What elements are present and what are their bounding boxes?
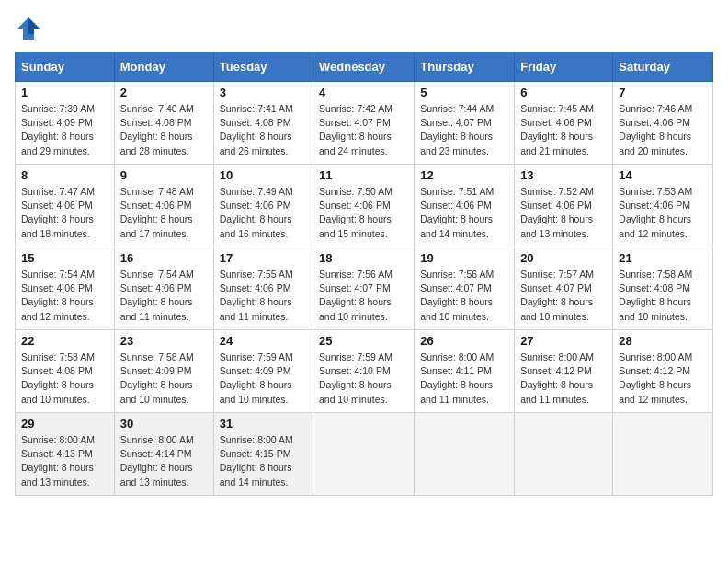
day-cell-25: 25 Sunrise: 7:59 AMSunset: 4:10 PMDaylig… (313, 330, 415, 413)
calendar-table: Sunday Monday Tuesday Wednesday Thursday… (15, 52, 713, 496)
day-cell-5: 5 Sunrise: 7:44 AMSunset: 4:07 PMDayligh… (415, 82, 515, 165)
day-info: Sunrise: 7:58 AMSunset: 4:09 PMDaylight:… (120, 350, 208, 407)
day-number: 8 (21, 168, 108, 182)
day-number: 13 (520, 168, 607, 182)
day-number: 26 (420, 334, 508, 348)
day-cell-21: 21 Sunrise: 7:58 AMSunset: 4:08 PMDaylig… (613, 247, 713, 330)
day-number: 25 (319, 334, 408, 348)
day-cell-9: 9 Sunrise: 7:48 AMSunset: 4:06 PMDayligh… (114, 165, 213, 247)
day-cell-18: 18 Sunrise: 7:56 AMSunset: 4:07 PMDaylig… (313, 247, 415, 330)
day-number: 28 (619, 334, 707, 348)
day-cell-2: 2 Sunrise: 7:40 AMSunset: 4:08 PMDayligh… (114, 82, 213, 165)
day-info: Sunrise: 7:54 AMSunset: 4:06 PMDaylight:… (21, 268, 108, 324)
day-info: Sunrise: 7:53 AMSunset: 4:06 PMDaylight:… (619, 185, 707, 241)
col-monday: Monday (114, 52, 213, 82)
day-number: 27 (520, 334, 607, 348)
day-cell-19: 19 Sunrise: 7:56 AMSunset: 4:07 PMDaylig… (415, 247, 515, 330)
day-info: Sunrise: 7:44 AMSunset: 4:07 PMDaylight:… (420, 102, 508, 158)
day-number: 15 (21, 251, 108, 265)
calendar-header-row: Sunday Monday Tuesday Wednesday Thursday… (16, 52, 713, 82)
day-number: 10 (220, 168, 307, 182)
day-info: Sunrise: 7:51 AMSunset: 4:06 PMDaylight:… (420, 185, 508, 241)
day-info: Sunrise: 7:59 AMSunset: 4:09 PMDaylight:… (220, 350, 307, 407)
day-cell-16: 16 Sunrise: 7:54 AMSunset: 4:06 PMDaylig… (114, 247, 213, 330)
day-info: Sunrise: 8:00 AMSunset: 4:14 PMDaylight:… (120, 433, 208, 489)
day-info: Sunrise: 7:46 AMSunset: 4:06 PMDaylight:… (619, 102, 707, 158)
col-wednesday: Wednesday (313, 52, 415, 82)
day-cell-12: 12 Sunrise: 7:51 AMSunset: 4:06 PMDaylig… (415, 165, 515, 247)
day-number: 17 (220, 251, 307, 265)
empty-cell (313, 413, 415, 496)
calendar-week-row: 8 Sunrise: 7:47 AMSunset: 4:06 PMDayligh… (16, 165, 713, 247)
day-info: Sunrise: 8:00 AMSunset: 4:13 PMDaylight:… (21, 433, 108, 489)
day-cell-20: 20 Sunrise: 7:57 AMSunset: 4:07 PMDaylig… (515, 247, 613, 330)
day-number: 3 (220, 86, 307, 99)
day-info: Sunrise: 7:41 AMSunset: 4:08 PMDaylight:… (220, 102, 307, 158)
day-cell-26: 26 Sunrise: 8:00 AMSunset: 4:11 PMDaylig… (415, 330, 515, 413)
calendar-week-row: 29 Sunrise: 8:00 AMSunset: 4:13 PMDaylig… (16, 413, 713, 496)
logo-icon (15, 15, 42, 42)
day-info: Sunrise: 7:59 AMSunset: 4:10 PMDaylight:… (319, 350, 408, 407)
day-cell-6: 6 Sunrise: 7:45 AMSunset: 4:06 PMDayligh… (515, 82, 613, 165)
day-cell-28: 28 Sunrise: 8:00 AMSunset: 4:12 PMDaylig… (613, 330, 713, 413)
day-number: 30 (120, 417, 208, 431)
day-number: 14 (619, 168, 707, 182)
day-info: Sunrise: 7:56 AMSunset: 4:07 PMDaylight:… (420, 268, 508, 324)
svg-marker-1 (28, 17, 40, 34)
day-number: 19 (420, 251, 508, 265)
day-cell-4: 4 Sunrise: 7:42 AMSunset: 4:07 PMDayligh… (313, 82, 415, 165)
day-info: Sunrise: 7:57 AMSunset: 4:07 PMDaylight:… (520, 268, 607, 324)
day-number: 24 (220, 334, 307, 348)
day-number: 22 (21, 334, 108, 348)
day-number: 23 (120, 334, 208, 348)
day-info: Sunrise: 7:55 AMSunset: 4:06 PMDaylight:… (220, 268, 307, 324)
day-number: 4 (319, 86, 408, 99)
day-cell-29: 29 Sunrise: 8:00 AMSunset: 4:13 PMDaylig… (16, 413, 115, 496)
day-info: Sunrise: 8:00 AMSunset: 4:15 PMDaylight:… (220, 433, 307, 489)
day-cell-1: 1 Sunrise: 7:39 AMSunset: 4:09 PMDayligh… (16, 82, 115, 165)
day-info: Sunrise: 7:48 AMSunset: 4:06 PMDaylight:… (120, 185, 208, 241)
day-cell-27: 27 Sunrise: 8:00 AMSunset: 4:12 PMDaylig… (515, 330, 613, 413)
day-info: Sunrise: 7:40 AMSunset: 4:08 PMDaylight:… (120, 102, 208, 158)
day-cell-24: 24 Sunrise: 7:59 AMSunset: 4:09 PMDaylig… (213, 330, 313, 413)
day-info: Sunrise: 8:00 AMSunset: 4:12 PMDaylight:… (619, 350, 707, 407)
day-cell-7: 7 Sunrise: 7:46 AMSunset: 4:06 PMDayligh… (613, 82, 713, 165)
page-header (15, 15, 713, 42)
day-number: 11 (319, 168, 408, 182)
col-tuesday: Tuesday (213, 52, 313, 82)
day-cell-23: 23 Sunrise: 7:58 AMSunset: 4:09 PMDaylig… (114, 330, 213, 413)
day-info: Sunrise: 7:47 AMSunset: 4:06 PMDaylight:… (21, 185, 108, 241)
day-number: 31 (220, 417, 307, 431)
day-cell-10: 10 Sunrise: 7:49 AMSunset: 4:06 PMDaylig… (213, 165, 313, 247)
day-number: 20 (520, 251, 607, 265)
day-cell-31: 31 Sunrise: 8:00 AMSunset: 4:15 PMDaylig… (213, 413, 313, 496)
day-cell-8: 8 Sunrise: 7:47 AMSunset: 4:06 PMDayligh… (16, 165, 115, 247)
col-saturday: Saturday (613, 52, 713, 82)
day-cell-13: 13 Sunrise: 7:52 AMSunset: 4:06 PMDaylig… (515, 165, 613, 247)
day-cell-14: 14 Sunrise: 7:53 AMSunset: 4:06 PMDaylig… (613, 165, 713, 247)
day-info: Sunrise: 7:42 AMSunset: 4:07 PMDaylight:… (319, 102, 408, 158)
day-info: Sunrise: 7:58 AMSunset: 4:08 PMDaylight:… (619, 268, 707, 324)
day-number: 21 (619, 251, 707, 265)
day-info: Sunrise: 7:49 AMSunset: 4:06 PMDaylight:… (220, 185, 307, 241)
day-cell-15: 15 Sunrise: 7:54 AMSunset: 4:06 PMDaylig… (16, 247, 115, 330)
day-info: Sunrise: 8:00 AMSunset: 4:11 PMDaylight:… (420, 350, 508, 407)
day-info: Sunrise: 7:45 AMSunset: 4:06 PMDaylight:… (520, 102, 607, 158)
day-number: 16 (120, 251, 208, 265)
day-info: Sunrise: 7:56 AMSunset: 4:07 PMDaylight:… (319, 268, 408, 324)
day-cell-30: 30 Sunrise: 8:00 AMSunset: 4:14 PMDaylig… (114, 413, 213, 496)
day-number: 9 (120, 168, 208, 182)
logo (15, 15, 46, 42)
day-number: 29 (21, 417, 108, 431)
col-friday: Friday (515, 52, 613, 82)
day-info: Sunrise: 7:50 AMSunset: 4:06 PMDaylight:… (319, 185, 408, 241)
col-thursday: Thursday (415, 52, 515, 82)
day-info: Sunrise: 7:54 AMSunset: 4:06 PMDaylight:… (120, 268, 208, 324)
day-cell-17: 17 Sunrise: 7:55 AMSunset: 4:06 PMDaylig… (213, 247, 313, 330)
day-number: 6 (520, 86, 607, 99)
day-number: 5 (420, 86, 508, 99)
day-info: Sunrise: 7:52 AMSunset: 4:06 PMDaylight:… (520, 185, 607, 241)
calendar-week-row: 15 Sunrise: 7:54 AMSunset: 4:06 PMDaylig… (16, 247, 713, 330)
day-info: Sunrise: 7:58 AMSunset: 4:08 PMDaylight:… (21, 350, 108, 407)
day-number: 7 (619, 86, 707, 99)
